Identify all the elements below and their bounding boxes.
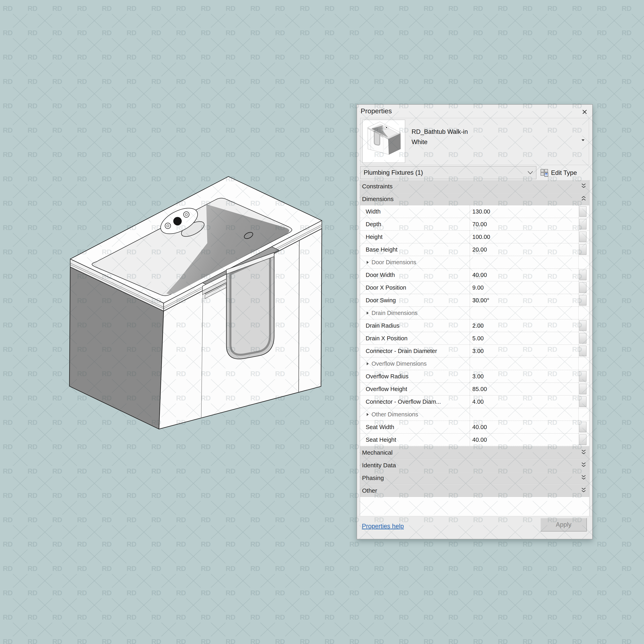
close-icon[interactable] [580, 107, 589, 116]
section-header-row[interactable]: Other [360, 484, 589, 497]
associate-parameter-button[interactable] [579, 333, 586, 344]
section-toggle[interactable] [581, 449, 586, 456]
parameter-value: 2.00 [470, 322, 484, 329]
parameter-row: Width 130.00 [360, 205, 589, 218]
watermark-rd-text: RD [572, 77, 582, 86]
parameter-value-cell[interactable]: 85.00 [470, 383, 579, 395]
watermark-cross-icon [483, 549, 498, 564]
watermark-rd-text: RD [448, 589, 458, 597]
parameter-value-cell[interactable]: 3.00 [470, 345, 579, 357]
watermark-rd-text: RD [250, 151, 260, 159]
section-header-row[interactable]: Identity Data [360, 459, 589, 472]
watermark-rd-text: RD [275, 516, 285, 524]
subsection-expander[interactable] [366, 362, 369, 366]
watermark-cross-icon [210, 159, 226, 174]
watermark-rd-text: RD [127, 540, 136, 548]
subsection-expander[interactable] [366, 413, 369, 416]
associate-parameter-button[interactable] [579, 232, 586, 242]
watermark-rd-text: RD [325, 589, 334, 597]
parameter-value-cell[interactable]: 40.00 [470, 421, 579, 433]
associate-parameter-button[interactable] [579, 434, 586, 445]
watermark-rd-text: RD [473, 565, 483, 573]
parameter-value-cell[interactable]: 20.00 [470, 243, 579, 256]
watermark-rd-text: RD [3, 297, 13, 305]
parameter-value-cell[interactable]: 130.00 [470, 205, 579, 218]
section-toggle[interactable] [581, 487, 586, 494]
watermark-cross-icon [606, 476, 622, 491]
associate-parameter-button[interactable] [579, 396, 586, 407]
watermark-cross-icon [334, 305, 350, 320]
watermark-rd-text: RD [28, 613, 37, 621]
watermark-cross-icon [557, 549, 573, 564]
watermark-rd-text: RD [127, 102, 136, 110]
associate-parameter-button[interactable] [579, 206, 586, 217]
watermark-rd-text: RD [374, 29, 384, 37]
associate-parameter-button[interactable] [579, 270, 586, 280]
watermark-rd-text: RD [102, 77, 112, 86]
watermark-rd-text: RD [473, 29, 483, 37]
parameter-value-cell[interactable]: 5.00 [470, 332, 579, 345]
watermark-cross-icon [334, 525, 350, 540]
watermark-cross-icon [260, 86, 276, 101]
watermark-cross-icon [359, 38, 375, 53]
watermark-cross-icon [111, 62, 127, 77]
watermark-cross-icon [631, 525, 644, 540]
associate-parameter-button[interactable] [579, 371, 586, 382]
watermark-rd-text: RD [622, 175, 632, 183]
apply-button[interactable]: Apply [540, 518, 587, 532]
associate-parameter-button[interactable] [579, 219, 586, 229]
associate-parameter-button[interactable] [579, 346, 586, 356]
associate-parameter-button[interactable] [579, 244, 586, 255]
section-toggle[interactable] [581, 462, 586, 469]
watermark-rd-text: RD [3, 248, 13, 256]
edit-type-button[interactable]: Edit Type [539, 167, 578, 179]
bathtub-3d-model[interactable] [66, 175, 330, 479]
section-label: Phasing [360, 475, 581, 481]
parameter-value-cell[interactable]: 3.00 [470, 370, 579, 383]
watermark-rd-text: RD [622, 565, 632, 573]
parameter-value-cell[interactable]: 40.00 [470, 269, 579, 281]
associate-parameter-button[interactable] [579, 282, 586, 293]
properties-help-link[interactable]: Properties help [362, 523, 404, 530]
watermark-rd-text: RD [325, 613, 334, 621]
subsection-expander[interactable] [366, 260, 369, 264]
section-header-row[interactable]: Dimensions [360, 193, 589, 205]
section-header-row[interactable]: Phasing [360, 472, 589, 484]
associate-parameter-button[interactable] [579, 384, 586, 394]
watermark-rd-text: RD [473, 77, 483, 86]
watermark-cross-icon [37, 549, 53, 564]
section-toggle[interactable] [581, 475, 586, 481]
associate-parameter-button[interactable] [579, 422, 586, 432]
right-triangle-icon [366, 311, 369, 315]
watermark-rd-text: RD [201, 491, 211, 500]
watermark-rd-text: RD [349, 638, 359, 644]
chevron-down-icon [527, 170, 536, 175]
watermark-rd-text: RD [127, 77, 136, 86]
parameter-value-cell[interactable]: 9.00 [470, 281, 579, 294]
parameter-value-cell[interactable]: 2.00 [470, 319, 579, 332]
section-toggle[interactable] [581, 183, 586, 190]
watermark-rd-text: RD [597, 516, 607, 524]
watermark-cross-icon [136, 86, 152, 101]
parameter-value-cell[interactable]: 100.00 [470, 231, 579, 243]
associate-parameter-button[interactable] [579, 295, 586, 305]
watermark-cross-icon [334, 257, 350, 272]
section-header-row[interactable]: Constraints [360, 180, 589, 193]
subsection-expander[interactable] [366, 311, 369, 315]
section-toggle[interactable] [581, 196, 586, 202]
watermark-rd-text: RD [52, 491, 62, 500]
parameter-value-cell[interactable]: 4.00 [470, 395, 579, 408]
type-dropdown-icon[interactable] [580, 137, 586, 143]
parameter-value-cell[interactable]: 70.00 [470, 218, 579, 230]
associate-parameter-button[interactable] [579, 320, 586, 331]
watermark-cross-icon [136, 622, 152, 637]
category-filter-combobox[interactable]: Plumbing Fixtures (1) [360, 166, 536, 179]
watermark-cross-icon [260, 598, 276, 613]
parameter-value-cell[interactable]: 40.00 [470, 433, 579, 446]
watermark-rd-text: RD [523, 53, 533, 61]
watermark-rd-text: RD [77, 613, 87, 621]
parameter-value-cell[interactable]: 30.00° [470, 294, 579, 307]
section-header-row[interactable]: Mechanical [360, 446, 589, 459]
watermark-cross-icon [309, 573, 325, 588]
watermark-rd-text: RD [572, 540, 582, 548]
